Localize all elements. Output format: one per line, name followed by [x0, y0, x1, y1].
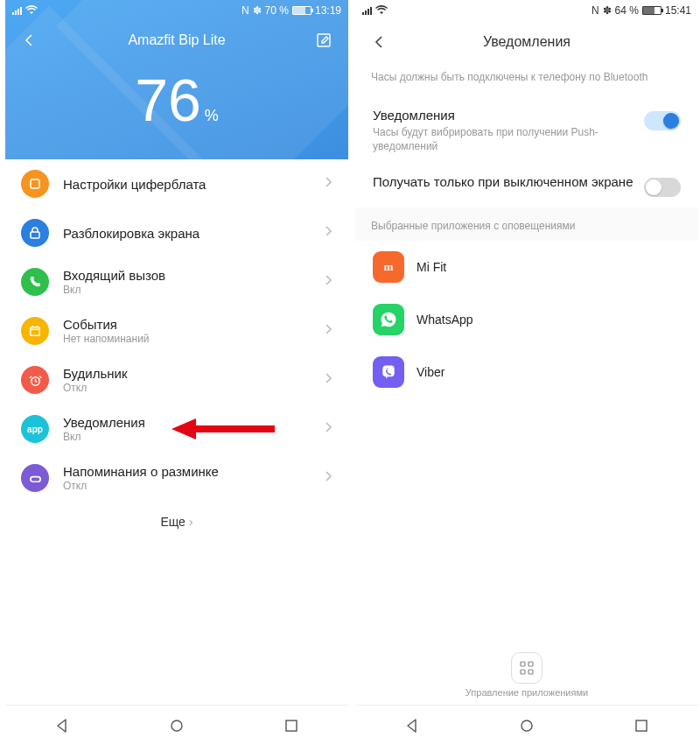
signal-icon	[12, 6, 22, 15]
more-button[interactable]: Еще›	[5, 503, 348, 541]
app-row-viber[interactable]: Viber	[355, 346, 698, 398]
svg-rect-12	[521, 670, 525, 674]
setting-row-1: Получать только при выключенном экране	[355, 164, 698, 207]
setting-subtitle: Часы будут вибрировать при получении Pus…	[373, 125, 634, 153]
chevron-right-icon	[324, 176, 332, 192]
chevron-right-icon	[324, 323, 332, 339]
section-header: Выбранные приложения с оповещениями	[355, 207, 698, 241]
app-name: WhatsApp	[416, 313, 473, 327]
signal-icon	[362, 6, 372, 15]
row-title: Разблокировка экрана	[63, 226, 324, 241]
phone-right-notifications: N ✽ 64 % 15:41 Уведомления Часы должны б…	[355, 0, 698, 745]
nav-home-button[interactable]	[156, 712, 198, 740]
battery-icon	[292, 6, 312, 15]
settings-row-lock[interactable]: Разблокировка экрана	[5, 208, 348, 257]
grid-icon	[511, 652, 542, 684]
row-subtitle: Вкл	[63, 284, 324, 296]
chevron-right-icon	[324, 421, 332, 437]
manage-apps-label: Управление приложениями	[355, 687, 698, 698]
info-text: Часы должны быть подключены к телефону п…	[355, 61, 698, 97]
wifi-icon	[25, 4, 38, 17]
setting-row-0: УведомленияЧасы будут вибрировать при по…	[355, 97, 698, 164]
bluetooth-icon: ✽	[603, 4, 612, 17]
svg-rect-11	[528, 662, 533, 666]
svg-rect-13	[528, 670, 533, 674]
svg-rect-15	[636, 720, 647, 731]
row-title: Уведомления	[63, 415, 324, 430]
chevron-right-icon	[324, 274, 332, 290]
row-subtitle: Откл	[63, 382, 324, 394]
android-navbar	[5, 705, 348, 745]
nav-back-button[interactable]	[41, 712, 83, 740]
stretch-icon	[21, 464, 49, 492]
row-subtitle: Нет напоминаний	[63, 333, 324, 345]
battery-hero-value: 76	[135, 67, 201, 133]
calendar-icon	[21, 317, 49, 345]
row-title: Напоминания о разминке	[63, 464, 324, 479]
settings-row-watchface[interactable]: Настройки циферблата	[5, 159, 348, 208]
alarm-icon	[21, 366, 49, 394]
svg-rect-3	[31, 327, 40, 336]
settings-row-calendar[interactable]: СобытияНет напоминаний	[5, 306, 348, 355]
wifi-icon	[375, 4, 388, 17]
toggle-knob	[646, 179, 662, 195]
app-row-whatsapp[interactable]: WhatsApp	[355, 293, 698, 346]
settings-row-app[interactable]: appУведомленияВкл	[5, 404, 348, 453]
row-subtitle: Вкл	[63, 431, 324, 443]
app-icon: app	[21, 415, 49, 443]
chevron-right-icon	[324, 470, 332, 486]
app-name: Mi Fit	[416, 260, 446, 274]
battery-icon	[642, 6, 662, 15]
svg-rect-1	[31, 179, 39, 188]
manage-apps[interactable]: Управление приложениями	[355, 652, 698, 698]
battery-hero-unit: %	[205, 107, 219, 124]
battery-hero: 76%	[5, 56, 348, 138]
app-icon: m	[373, 251, 404, 283]
app-icon	[373, 304, 404, 335]
svg-rect-9	[286, 720, 297, 731]
settings-row-phone[interactable]: Входящий вызовВкл	[5, 257, 348, 306]
nav-home-button[interactable]	[506, 712, 548, 740]
svg-rect-2	[31, 232, 39, 238]
svg-rect-7	[30, 476, 39, 481]
row-subtitle: Откл	[63, 480, 324, 492]
title-bar: Уведомления	[355, 21, 698, 61]
setting-title: Уведомления	[373, 108, 634, 123]
status-bar: N ✽ 64 % 15:41	[355, 0, 698, 21]
nav-recent-button[interactable]	[620, 712, 662, 740]
apps-list: mMi FitWhatsAppViber	[355, 241, 698, 398]
row-title: Входящий вызов	[63, 268, 324, 283]
phone-left-amazfit: N ✽ 70 % 13:19 Amazfit Bip Lite 76% Наст…	[5, 0, 348, 745]
phone-icon	[21, 268, 49, 296]
toggle-switch[interactable]	[644, 178, 681, 197]
nfc-icon: N	[592, 4, 599, 17]
battery-percent: 64 %	[615, 4, 639, 17]
svg-rect-10	[521, 662, 525, 666]
chevron-right-icon	[324, 225, 332, 241]
settings-group: УведомленияЧасы будут вибрировать при по…	[355, 97, 698, 207]
row-title: Настройки циферблата	[63, 177, 324, 192]
app-icon	[373, 356, 404, 388]
more-label: Еще	[160, 515, 186, 529]
svg-point-8	[172, 720, 182, 731]
hero-banner: N ✽ 70 % 13:19 Amazfit Bip Lite 76%	[5, 0, 348, 159]
toggle-switch[interactable]	[644, 111, 681, 130]
watchface-icon	[21, 170, 49, 198]
settings-list: Настройки циферблатаРазблокировка экрана…	[5, 159, 348, 705]
settings-row-alarm[interactable]: БудильникОткл	[5, 355, 348, 404]
lock-icon	[21, 219, 49, 247]
setting-title: Получать только при выключенном экране	[373, 174, 634, 189]
app-name: Viber	[416, 365, 444, 379]
nav-recent-button[interactable]	[270, 712, 312, 740]
chevron-right-icon: ›	[189, 515, 193, 529]
android-navbar	[355, 705, 698, 745]
svg-point-14	[522, 720, 532, 731]
settings-row-stretch[interactable]: Напоминания о разминкеОткл	[5, 453, 348, 503]
row-title: События	[63, 317, 324, 332]
page-title: Уведомления	[369, 34, 684, 50]
clock-time: 15:41	[665, 4, 691, 17]
app-row-mi-fit[interactable]: mMi Fit	[355, 241, 698, 293]
chevron-right-icon	[324, 372, 332, 388]
toggle-knob	[663, 113, 679, 129]
nav-back-button[interactable]	[391, 712, 433, 740]
